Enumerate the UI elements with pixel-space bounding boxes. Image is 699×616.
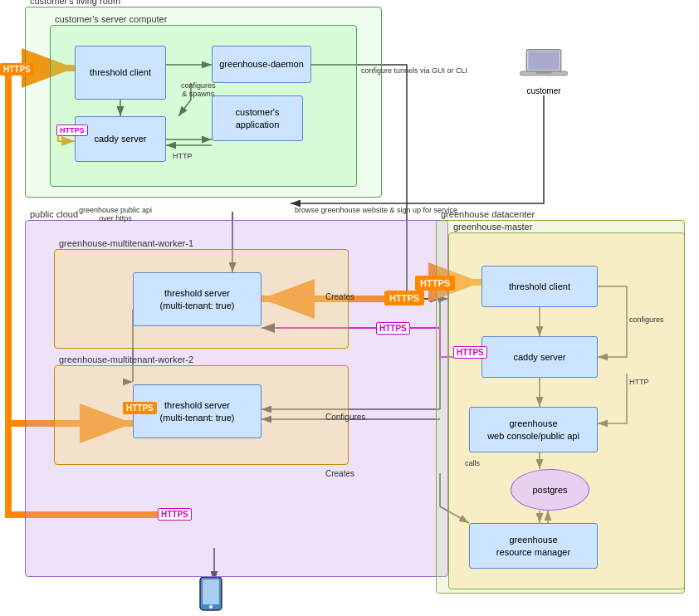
- https-badge-datacenter: HTTPS: [415, 276, 455, 291]
- threshold-server-worker1: threshold server (multi-tenant: true): [133, 272, 262, 326]
- customers-client: customer'sclient: [191, 577, 231, 616]
- customer-application: customer's application: [212, 95, 303, 141]
- caddy-server-top: caddy server: [75, 116, 166, 162]
- configures-spawns-label: configures& spawns: [181, 81, 216, 98]
- svg-rect-4: [528, 51, 560, 71]
- calls-label: calls: [465, 459, 480, 467]
- gh-resource-manager: greenhouse resource manager: [469, 523, 598, 569]
- gh-daemon-box: greenhouse-daemon: [212, 46, 311, 83]
- svg-point-9: [209, 605, 213, 609]
- customer-laptop: customer: [511, 46, 577, 95]
- caddy-server-datacenter: caddy server: [481, 336, 598, 378]
- threshold-client-datacenter: threshold client: [481, 266, 598, 307]
- https-badge-caddy: HTTPS: [56, 125, 88, 136]
- diagram-container: customer's living room customer's server…: [0, 0, 699, 616]
- gh-master-label: greenhouse-master: [453, 222, 532, 232]
- living-room-label: customer's living room: [30, 0, 120, 6]
- browse-label: browse greenhouse website & sign up for …: [295, 206, 457, 214]
- server-computer-label: customer's server computer: [55, 14, 167, 24]
- https-badge-datacenter-magenta: HTTPS: [453, 346, 487, 359]
- https-badge-worker1-inner: HTTPS: [376, 322, 410, 335]
- worker2-label: greenhouse-multitenant-worker-2: [59, 354, 193, 364]
- configure-tunnels-label: configure tunnels via GUI or CLI: [361, 66, 467, 75]
- https-badge-main: HTTPS: [0, 63, 34, 76]
- configures1-label: Configures: [325, 413, 365, 422]
- http-right-label: HTTP: [629, 378, 649, 386]
- https-badge-worker2: HTTPS: [123, 402, 157, 414]
- https-badge-bottom: HTTPS: [158, 508, 192, 521]
- postgres-box: postgres: [511, 469, 589, 511]
- customer-label: customer: [526, 86, 560, 95]
- public-cloud-label: public cloud: [30, 209, 78, 219]
- svg-rect-8: [203, 579, 219, 604]
- worker1-label: greenhouse-multitenant-worker-1: [59, 238, 193, 248]
- https-badge-worker1: HTTPS: [384, 291, 424, 306]
- threshold-client-top: threshold client: [75, 46, 166, 100]
- configures-right-label: configures: [629, 315, 664, 324]
- greenhouse-public-api-label: greenhouse public apiover https: [79, 206, 152, 222]
- gh-webconsole: greenhouse web console/public api: [469, 407, 598, 452]
- creates2-label: Creates: [325, 469, 354, 478]
- creates1-label: Creates: [325, 292, 354, 301]
- http-label-top: HTTP: [173, 152, 193, 160]
- svg-rect-6: [536, 71, 552, 74]
